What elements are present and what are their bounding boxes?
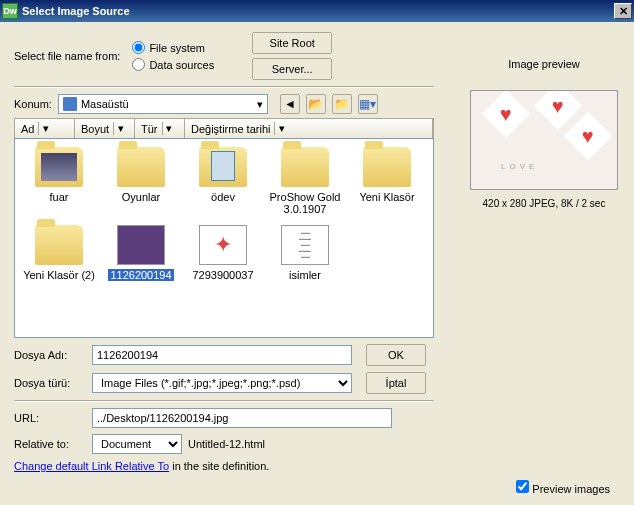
filename-label: Dosya Adı: [14,349,86,361]
location-select[interactable]: Masaüstü ▾ [58,94,268,114]
item-label: ödev [211,191,235,203]
item-label: Yeni Klasör (2) [23,269,95,281]
folder-icon [35,147,83,187]
preview-images-checkbox[interactable]: Preview images [516,480,610,495]
file-item[interactable]: 1126200194 [105,225,177,281]
location-label: Konum: [14,98,52,110]
view-menu-icon[interactable]: ▦▾ [358,94,378,114]
filetype-label: Dosya türü: [14,377,86,389]
folder-icon [281,147,329,187]
file-list[interactable]: fuarOyunlarödevProShow Gold 3.0.1907Yeni… [14,138,434,338]
url-input[interactable] [92,408,392,428]
file-item[interactable]: ödev [187,147,259,215]
item-label: 1126200194 [108,269,173,281]
file-item[interactable]: Oyunlar [105,147,177,215]
radio-datasources[interactable]: Data sources [132,58,214,71]
server-button[interactable]: Server... [252,58,332,80]
file-item[interactable]: ━━━━━━━━━━━━━━━━━isimler [269,225,341,281]
filename-input[interactable] [92,345,352,365]
url-label: URL: [14,412,86,424]
window-title: Select Image Source [22,5,614,17]
item-label: 7293900037 [192,269,253,281]
app-icon: Dw [2,3,18,19]
folder-icon [199,147,247,187]
col-type[interactable]: Tür▾ [135,119,185,138]
cancel-button[interactable]: İptal [366,372,426,394]
thumbnail-icon [117,225,165,265]
file-item[interactable]: fuar [23,147,95,215]
preview-title: Image preview [508,58,580,70]
relative-file: Untitled-12.html [188,438,265,450]
file-item[interactable]: ProShow Gold 3.0.1907 [269,147,341,215]
chevron-down-icon: ▾ [257,98,263,111]
thumbnail-icon: ━━━━━━━━━━━━━━━━━ [281,225,329,265]
close-button[interactable]: ✕ [614,3,632,19]
ok-button[interactable]: OK [366,344,426,366]
new-folder-icon[interactable]: 📁 [332,94,352,114]
radio-filesystem[interactable]: File system [132,41,214,54]
back-icon[interactable]: ◄ [280,94,300,114]
column-headers: Ad▾ Boyut▾ Tür▾ Değiştirme tarihi▾ [14,118,434,138]
up-icon[interactable]: 📂 [306,94,326,114]
item-label: Yeni Klasör [359,191,414,203]
folder-icon [363,147,411,187]
item-label: Oyunlar [122,191,161,203]
file-item[interactable]: Yeni Klasör (2) [23,225,95,281]
preview-image: LOVE [470,90,618,190]
filetype-select[interactable]: Image Files (*.gif;*.jpg;*.jpeg;*.png;*.… [92,373,352,393]
select-from-label: Select file name from: [14,50,120,62]
desktop-icon [63,97,77,111]
item-label: ProShow Gold 3.0.1907 [269,191,341,215]
change-default-link[interactable]: Change default Link Relative To [14,460,169,472]
relative-label: Relative to: [14,438,86,450]
folder-icon [35,225,83,265]
col-size[interactable]: Boyut▾ [75,119,135,138]
item-label: fuar [50,191,69,203]
thumbnail-icon: ✦ [199,225,247,265]
site-root-button[interactable]: Site Root [252,32,332,54]
item-label: isimler [289,269,321,281]
preview-info: 420 x 280 JPEG, 8K / 2 sec [483,198,606,209]
relative-select[interactable]: Document [92,434,182,454]
file-item[interactable]: Yeni Klasör [351,147,423,215]
col-name[interactable]: Ad▾ [15,119,75,138]
folder-icon [117,147,165,187]
col-date[interactable]: Değiştirme tarihi▾ [185,119,433,138]
file-item[interactable]: ✦7293900037 [187,225,259,281]
